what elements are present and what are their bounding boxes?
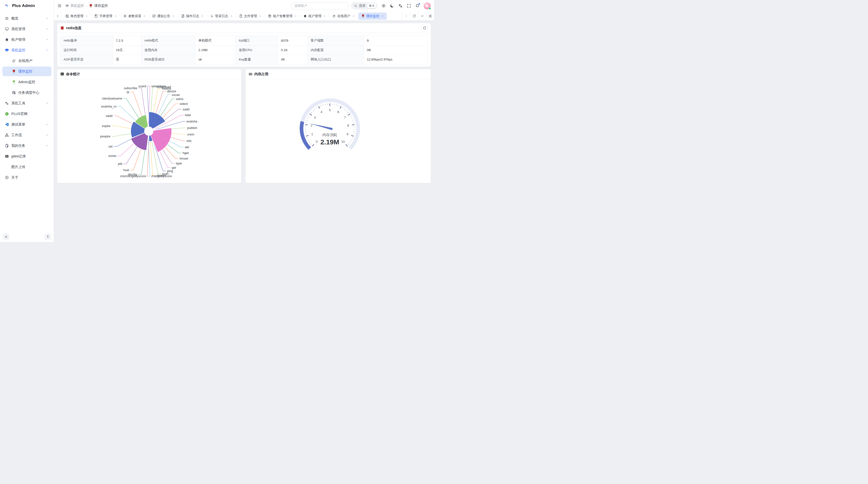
close-tab-icon[interactable] bbox=[230, 15, 233, 18]
online-status-dot bbox=[429, 7, 431, 10]
close-tab-icon[interactable] bbox=[114, 15, 117, 18]
tab-1[interactable]: 字典管理 bbox=[91, 12, 120, 20]
refresh-icon bbox=[423, 26, 427, 30]
sidebar-item-5[interactable]: redis缓存监控 bbox=[2, 67, 51, 76]
dark-mode-moon-icon[interactable] bbox=[390, 4, 394, 8]
sidebar-item-0[interactable]: 概览 bbox=[2, 13, 51, 23]
sidebar-item-7[interactable]: 任务调度中心 bbox=[2, 88, 51, 97]
sidebar-item-6[interactable]: springAdmin监控 bbox=[2, 77, 51, 87]
tab-label: 操作日志 bbox=[186, 14, 199, 18]
sidebar-item-8[interactable]: 系统工具 bbox=[2, 98, 51, 108]
tabs-strip: 角色管理字典管理参数设置通知公告操作日志登录日志文件管理租户套餐管理租户管理在线… bbox=[62, 11, 402, 21]
gauge-minor-tick bbox=[321, 105, 321, 106]
close-tab-icon[interactable] bbox=[381, 15, 384, 18]
close-tab-icon[interactable] bbox=[201, 15, 204, 18]
info-value-cell: 9 bbox=[364, 36, 428, 45]
redis-refresh-button[interactable] bbox=[421, 25, 428, 31]
sidebar-item-label: 在线用户 bbox=[18, 59, 32, 63]
close-tab-icon[interactable] bbox=[323, 15, 326, 18]
sidebar-item-1[interactable]: 系统管理 bbox=[2, 24, 51, 34]
list-icon bbox=[5, 17, 9, 21]
tab-5[interactable]: 登录日志 bbox=[207, 12, 236, 20]
slice-label-publish: publish bbox=[187, 126, 197, 130]
redis-info-title: redis信息 bbox=[66, 26, 82, 30]
sidebar-item-9[interactable]: PLUS官网 bbox=[2, 109, 51, 119]
tab-2[interactable]: 参数设置 bbox=[120, 12, 149, 20]
gauge-minor-tick bbox=[346, 110, 347, 111]
sidebar-item-14[interactable]: 图片上传 bbox=[2, 162, 51, 172]
close-tab-icon[interactable] bbox=[143, 15, 146, 18]
global-search-button[interactable]: 搜索 ⌘ K bbox=[351, 2, 377, 9]
gauge-minor-tick bbox=[339, 105, 339, 106]
hamburger-menu-icon[interactable] bbox=[57, 4, 62, 8]
slice-label-type: type bbox=[176, 161, 182, 165]
tab-4[interactable]: 操作日志 bbox=[178, 12, 207, 20]
refresh-page-button[interactable] bbox=[410, 11, 418, 21]
sidebar-item-13[interactable]: gitee记录 bbox=[2, 151, 51, 161]
collapse-sidebar-button[interactable] bbox=[3, 233, 9, 240]
slice-label-scard: scard bbox=[138, 84, 146, 88]
tab-9[interactable]: 在线用户 bbox=[329, 12, 358, 20]
gauge-major-tick bbox=[306, 135, 308, 136]
tab-7[interactable]: 租户套餐管理 bbox=[265, 12, 300, 20]
gauge-minor-tick bbox=[308, 140, 309, 140]
house-icon bbox=[303, 14, 307, 18]
tabbar: 角色管理字典管理参数设置通知公告操作日志登录日志文件管理租户套餐管理租户管理在线… bbox=[54, 11, 434, 21]
gauge-major-tick bbox=[340, 106, 341, 108]
sidebar-item-2[interactable]: 租户管理 bbox=[2, 35, 51, 44]
tab-10-active[interactable]: redis缓存监控 bbox=[358, 12, 387, 20]
sidebar-item-11[interactable]: 工作流 bbox=[2, 130, 51, 140]
tab-0[interactable]: 角色管理 bbox=[62, 12, 91, 20]
close-tab-icon[interactable] bbox=[294, 15, 297, 18]
tabs-scroll-right-button[interactable] bbox=[402, 11, 410, 21]
breadcrumb-cache-monitor[interactable]: redis 缓存监控 bbox=[89, 4, 108, 8]
slice-label-exists: exists bbox=[108, 154, 117, 158]
sidebar-item-label: 系统管理 bbox=[11, 27, 25, 31]
sidebar-item-label: 概览 bbox=[11, 16, 18, 21]
slice-label-select: select bbox=[180, 102, 188, 105]
settings-gear-icon[interactable] bbox=[381, 4, 386, 8]
sidebar-item-10[interactable]: 测试菜单 bbox=[2, 120, 51, 129]
fullscreen-icon[interactable] bbox=[407, 4, 411, 8]
close-tab-icon[interactable] bbox=[352, 15, 355, 18]
sidebar-item-label: 任务调度中心 bbox=[18, 90, 39, 95]
gauge-minor-tick bbox=[353, 133, 354, 134]
terminal-icon bbox=[60, 72, 64, 76]
tenant-select[interactable]: 选择租户 bbox=[291, 2, 348, 9]
screen-focus-icon bbox=[429, 14, 432, 18]
info-value-cell: 7.2.5 bbox=[113, 36, 141, 45]
slice-label-zrangebyscore: zrangebyscore bbox=[151, 174, 172, 178]
vscode-icon bbox=[5, 123, 9, 127]
gauge-minor-tick bbox=[343, 107, 343, 108]
tab-menu-button[interactable] bbox=[418, 11, 426, 21]
slice-label-subscribe: subscribe bbox=[124, 86, 137, 90]
avatar[interactable] bbox=[424, 2, 431, 9]
close-tab-icon[interactable] bbox=[259, 15, 261, 18]
gauge-major-tick bbox=[318, 106, 320, 108]
tab-8[interactable]: 租户管理 bbox=[301, 12, 329, 20]
tab-label: 通知公告 bbox=[157, 14, 170, 18]
app-logo[interactable]: Plus Admin bbox=[0, 0, 54, 11]
breadcrumb-system-monitor[interactable]: 系统监控 bbox=[65, 4, 84, 8]
tab-6[interactable]: 文件管理 bbox=[236, 12, 265, 20]
content-fullscreen-button[interactable] bbox=[426, 11, 434, 21]
table-row: redis版本7.2.5redis模式单机模式tcp端口6379客户端数9 bbox=[61, 36, 428, 45]
gear-icon bbox=[123, 14, 127, 18]
tab-label: 租户套餐管理 bbox=[273, 14, 292, 18]
tab-3[interactable]: 通知公告 bbox=[149, 12, 178, 20]
ram-icon bbox=[249, 72, 252, 76]
close-tab-icon[interactable] bbox=[85, 15, 88, 18]
sidebar-item-12[interactable]: 我的任务 bbox=[2, 141, 51, 151]
close-tab-icon[interactable] bbox=[172, 15, 175, 18]
translate-icon[interactable] bbox=[398, 4, 403, 8]
notifications-button[interactable] bbox=[415, 4, 420, 8]
pin-sidebar-button[interactable] bbox=[44, 233, 51, 240]
sidebar-item-15[interactable]: 关于 bbox=[2, 172, 51, 182]
gauge-tick-label: 4 bbox=[320, 110, 322, 114]
sidebar-item-3[interactable]: 系统监控 bbox=[2, 45, 51, 55]
book-icon bbox=[94, 14, 98, 18]
sidebar-item-4[interactable]: 在线用户 bbox=[2, 56, 51, 66]
info-value-cell: 19天 bbox=[113, 45, 141, 55]
tab-label: 字典管理 bbox=[99, 14, 112, 18]
tabs-scroll-left-button[interactable] bbox=[54, 11, 62, 21]
